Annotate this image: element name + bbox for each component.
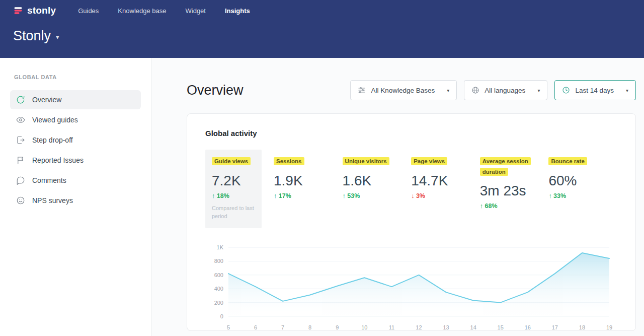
- stonly-logo-icon: [13, 6, 23, 16]
- metric-change: 3%: [411, 192, 480, 199]
- sidebar-item-overview[interactable]: Overview: [10, 90, 141, 109]
- comment-bubble-icon: [16, 176, 25, 185]
- metrics-row: Guide views 7.2K 18% Compared to last pe…: [205, 150, 617, 228]
- global-activity-card: Global activity Guide views 7.2K 18% Com…: [187, 113, 636, 331]
- card-title: Global activity: [205, 129, 617, 138]
- page-title: Overview: [187, 83, 244, 98]
- svg-text:200: 200: [214, 299, 223, 305]
- sidebar-item-step-drop-off[interactable]: Step drop-off: [10, 130, 141, 150]
- top-nav-items: Guides Knowledge base Widget Insights: [78, 7, 250, 15]
- svg-text:15: 15: [498, 324, 504, 330]
- sidebar-section-label: GLOBAL DATA: [14, 74, 141, 80]
- svg-text:7: 7: [281, 324, 284, 330]
- metric-label: Bounce rate: [548, 157, 587, 165]
- globe-icon: [471, 86, 479, 94]
- svg-text:6: 6: [254, 324, 257, 330]
- svg-text:14: 14: [470, 324, 476, 330]
- chevron-down-icon: ▾: [56, 33, 59, 41]
- svg-text:400: 400: [214, 286, 223, 292]
- clock-icon: [562, 86, 570, 94]
- nav-item-knowledge-base[interactable]: Knowledge base: [118, 7, 166, 15]
- nav-item-widget[interactable]: Widget: [186, 7, 206, 15]
- svg-text:18: 18: [579, 324, 585, 330]
- language-filter[interactable]: All languages ▾: [464, 80, 547, 100]
- metric-page-views[interactable]: Page views 14.7K 3%: [411, 150, 480, 199]
- nav-item-insights[interactable]: Insights: [225, 7, 250, 15]
- knowledge-base-filter[interactable]: All Knowledge Bases ▾: [350, 80, 457, 100]
- metric-bounce-rate[interactable]: Bounce rate 60% 33%: [548, 150, 617, 199]
- metric-label: Average session duration: [480, 157, 531, 176]
- eye-icon: [16, 115, 25, 124]
- metric-label: Guide views: [212, 157, 251, 165]
- global-activity-chart: 1K80060040020005678910111213141516171819: [205, 240, 617, 331]
- sidebar-item-label: Overview: [32, 96, 61, 104]
- sidebar-item-comments[interactable]: Comments: [10, 171, 141, 190]
- svg-text:17: 17: [552, 324, 558, 330]
- nav-item-guides[interactable]: Guides: [78, 7, 99, 15]
- svg-text:800: 800: [214, 258, 223, 264]
- metric-change: 53%: [343, 192, 412, 199]
- logo-text: stonly: [27, 5, 56, 16]
- svg-text:13: 13: [443, 324, 449, 330]
- sidebar-item-nps-surveys[interactable]: NPS surveys: [10, 191, 141, 210]
- sidebar: GLOBAL DATA Overview Viewed guides Step …: [0, 58, 151, 336]
- chevron-down-icon: ▾: [537, 88, 540, 93]
- sidebar-item-label: Comments: [32, 176, 66, 184]
- sidebar-item-viewed-guides[interactable]: Viewed guides: [10, 110, 141, 129]
- date-range-filter-value: Last 14 days: [575, 87, 614, 94]
- chart-container: 1K80060040020005678910111213141516171819: [205, 240, 617, 331]
- svg-text:0: 0: [220, 313, 223, 319]
- sidebar-item-reported-issues[interactable]: Reported Issues: [10, 151, 141, 170]
- metric-note: Compared to last period: [212, 204, 255, 221]
- metric-label: Page views: [411, 157, 447, 165]
- date-range-filter[interactable]: Last 14 days ▾: [554, 80, 636, 100]
- step-exit-icon: [16, 136, 25, 145]
- knowledge-base-filter-value: All Knowledge Bases: [371, 87, 435, 94]
- sidebar-item-label: Reported Issues: [32, 156, 84, 164]
- metric-label: Unique visitors: [343, 157, 389, 165]
- app-header: stonly Guides Knowledge base Widget Insi…: [0, 0, 644, 58]
- metric-value: 1.9K: [274, 173, 343, 189]
- svg-text:600: 600: [214, 272, 223, 278]
- language-filter-value: All languages: [485, 87, 525, 94]
- smiley-icon: [16, 196, 25, 205]
- metric-value: 7.2K: [212, 173, 255, 189]
- svg-text:16: 16: [525, 324, 531, 330]
- metric-change: 33%: [548, 192, 617, 199]
- workspace-selector[interactable]: Stonly ▾: [13, 28, 59, 44]
- svg-text:9: 9: [336, 324, 339, 330]
- svg-text:8: 8: [308, 324, 311, 330]
- metric-change: 68%: [480, 203, 549, 210]
- metric-value: 3m 23s: [480, 183, 549, 199]
- svg-text:1K: 1K: [217, 244, 224, 250]
- metric-value: 60%: [548, 173, 617, 189]
- metric-value: 1.6K: [343, 173, 412, 189]
- sidebar-item-label: NPS surveys: [32, 196, 73, 205]
- metric-value: 14.7K: [411, 173, 480, 189]
- sidebar-item-label: Viewed guides: [32, 116, 78, 124]
- metric-unique-visitors[interactable]: Unique visitors 1.6K 53%: [343, 150, 412, 199]
- sidebar-item-label: Step drop-off: [32, 136, 73, 144]
- metric-change: 18%: [212, 192, 255, 199]
- svg-text:10: 10: [361, 324, 367, 330]
- metric-label: Sessions: [274, 157, 304, 165]
- sliders-icon: [358, 86, 366, 94]
- flag-icon: [16, 156, 25, 165]
- main-content: Overview All Knowledge Bases ▾ All langu…: [151, 58, 644, 336]
- metric-sessions[interactable]: Sessions 1.9K 17%: [274, 150, 343, 199]
- chevron-down-icon: ▾: [447, 88, 449, 93]
- svg-text:5: 5: [227, 324, 230, 330]
- svg-text:19: 19: [606, 324, 612, 330]
- chevron-down-icon: ▾: [626, 88, 628, 93]
- top-navigation: stonly Guides Knowledge base Widget Insi…: [13, 5, 631, 16]
- svg-text:11: 11: [389, 324, 394, 330]
- stonly-logo[interactable]: stonly: [13, 5, 56, 16]
- filters-bar: All Knowledge Bases ▾ All languages ▾ La…: [350, 80, 636, 100]
- metric-change: 17%: [274, 192, 343, 199]
- metric-guide-views[interactable]: Guide views 7.2K 18% Compared to last pe…: [205, 150, 262, 228]
- svg-text:12: 12: [416, 324, 422, 330]
- metric-average-session-duration[interactable]: Average session duration 3m 23s 68%: [480, 150, 549, 210]
- workspace-name: Stonly: [13, 28, 51, 44]
- overview-refresh-icon: [16, 95, 25, 104]
